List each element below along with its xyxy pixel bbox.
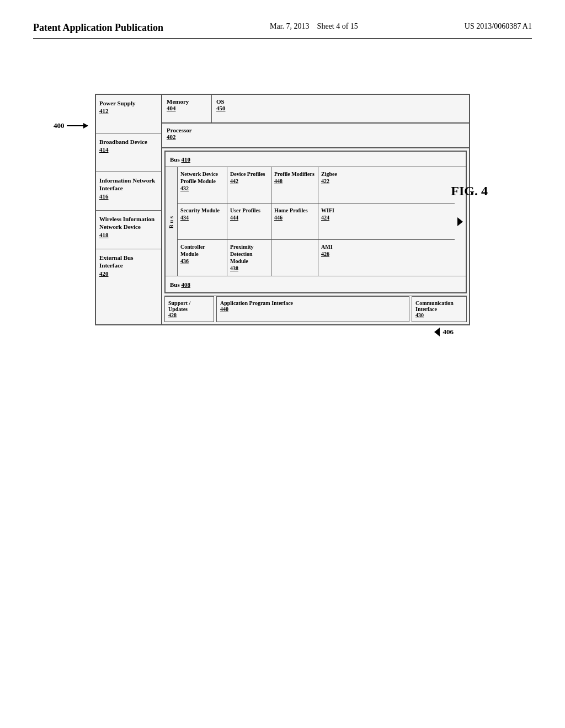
inner-box: Bus 410 Bus xyxy=(164,151,467,293)
proximity-detection-module: Proximity Detection Module 438 xyxy=(227,240,271,276)
diagram-area: 400 Power Supply 412 Broadband Device xyxy=(33,61,532,336)
zigbee: Zigbee 422 xyxy=(318,167,455,203)
bottom-row: Support / Updates 428 Application Progra… xyxy=(164,296,467,322)
memory-box: Memory 404 xyxy=(162,95,212,122)
os-box: OS 450 xyxy=(212,95,469,122)
grid-cells: Network Device Profile Module 432 Device… xyxy=(178,167,455,276)
patent-number: US 2013/0060387 A1 xyxy=(465,22,532,31)
grid-area: Bus Network Device Profile Module 432 xyxy=(166,167,466,276)
app-program-interface: Application Program Interface 440 xyxy=(216,296,409,322)
power-supply: Power Supply 412 xyxy=(96,95,161,133)
main-diagram-box: Power Supply 412 Broadband Device 414 In… xyxy=(95,94,470,325)
profile-modifiers: Profile Modifiers 448 xyxy=(271,167,318,203)
empty-cell xyxy=(271,240,318,276)
external-bus-interface: External Bus Interface 420 xyxy=(96,249,161,291)
grid-row-2: Security Module 434 User Profiles 444 Ho… xyxy=(178,204,455,240)
wireless-info-device: Wireless Information Network Device 418 xyxy=(96,211,161,249)
left-column: Power Supply 412 Broadband Device 414 In… xyxy=(96,95,162,324)
fig-label: FIG. 4 xyxy=(451,184,488,199)
label-400: 400 xyxy=(54,121,88,130)
communication-interface: Communication Interface 430 xyxy=(412,296,467,322)
bus-406-area: 406 xyxy=(95,328,470,336)
page: Patent Application Publication Mar. 7, 2… xyxy=(0,0,565,728)
controller-module: Controller Module 436 xyxy=(178,240,227,276)
device-profiles: Device Profiles 442 xyxy=(227,167,271,203)
security-module: Security Module 434 xyxy=(178,204,227,239)
label-406: 406 xyxy=(95,328,470,336)
home-profiles: Home Profiles 446 xyxy=(271,204,318,239)
bus408-row: Bus 408 xyxy=(166,276,466,292)
grid-row-1: Network Device Profile Module 432 Device… xyxy=(178,167,455,204)
broadband-device: Broadband Device 414 xyxy=(96,133,161,172)
support-updates: Support / Updates 428 xyxy=(164,296,214,322)
wifi: WIFI 424 xyxy=(318,204,455,239)
right-section: Memory 404 OS 450 Processor 402 xyxy=(162,95,469,324)
info-network-interface: Information Network Interface 416 xyxy=(96,172,161,211)
top-row: Memory 404 OS 450 xyxy=(162,95,469,124)
bus410-row: Bus 410 xyxy=(166,152,466,167)
bus-rotated-label: Bus xyxy=(166,167,178,276)
network-device-profile-module: Network Device Profile Module 432 xyxy=(178,167,227,203)
publication-title: Patent Application Publication xyxy=(33,22,163,34)
header-center: Mar. 7, 2013 Sheet 4 of 15 xyxy=(270,22,358,31)
user-profiles: User Profiles 444 xyxy=(227,204,271,239)
sheet-info: Sheet 4 of 15 xyxy=(317,22,358,30)
grid-row-3: Controller Module 436 Proximity Detectio… xyxy=(178,240,455,276)
processor-box: Processor 402 xyxy=(162,124,469,148)
ami: AMI 426 xyxy=(318,240,455,276)
page-header: Patent Application Publication Mar. 7, 2… xyxy=(33,22,532,39)
pub-date: Mar. 7, 2013 xyxy=(270,22,310,30)
